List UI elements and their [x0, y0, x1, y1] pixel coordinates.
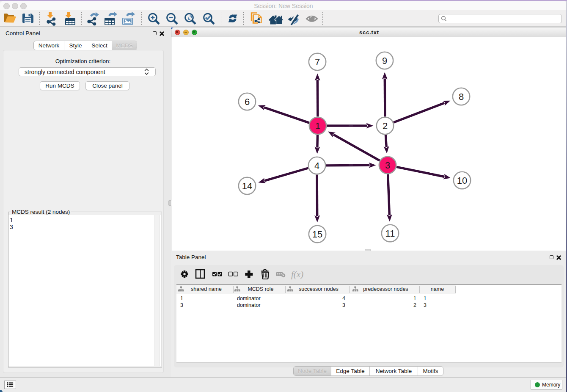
svg-text:1: 1	[315, 121, 320, 131]
svg-text:f(x): f(x)	[291, 269, 303, 279]
svg-text:10: 10	[457, 175, 467, 186]
svg-text:15: 15	[312, 229, 322, 240]
svg-text:4: 4	[314, 160, 319, 171]
svg-text:8: 8	[459, 91, 464, 102]
svg-text:2: 2	[383, 121, 388, 131]
svg-text:14: 14	[242, 181, 252, 191]
svg-text:6: 6	[245, 97, 250, 107]
svg-text:9: 9	[382, 55, 387, 66]
svg-text:3: 3	[385, 160, 390, 171]
svg-text:7: 7	[315, 57, 320, 67]
svg-text:11: 11	[385, 228, 395, 239]
